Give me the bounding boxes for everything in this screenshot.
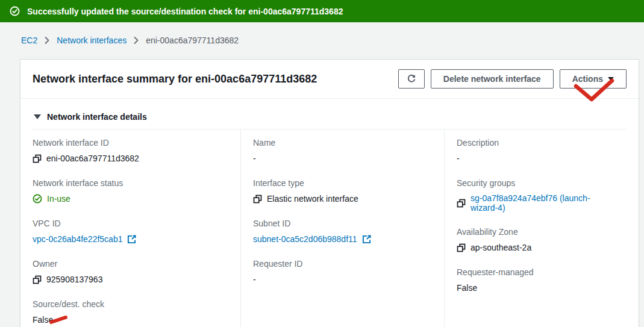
delete-button-label: Delete network interface <box>443 74 541 84</box>
field-network-interface-status: Network interface status In-use <box>33 170 228 210</box>
field-label: Requester ID <box>253 259 432 269</box>
copy-icon[interactable] <box>33 154 42 163</box>
field-requester-managed: Requester-managed False <box>457 259 614 299</box>
field-label: Source/dest. check <box>33 299 228 309</box>
field-value-text: ap-southeast-2a <box>470 243 531 252</box>
breadcrumb-current: eni-00ac6a797711d3682 <box>146 36 239 45</box>
field-interface-type: Interface type Elastic network interface <box>253 170 432 210</box>
field-vpc-id: VPC ID vpc-0c26ab4fe22f5cab1 <box>33 210 228 251</box>
field-label: Interface type <box>253 178 432 188</box>
field-name: Name - <box>253 129 432 170</box>
field-source-dest-check: Source/dest. check False <box>33 291 228 327</box>
status-badge: In-use <box>47 194 70 204</box>
field-label: Network interface ID <box>33 138 228 148</box>
copy-icon[interactable] <box>457 243 466 252</box>
details-column-1: Network interface ID eni-00ac6a797711d36… <box>33 129 240 327</box>
page-title: Network interface summary for eni-00ac6a… <box>33 73 317 86</box>
field-description: Description - <box>457 129 614 170</box>
field-label: Security groups <box>457 178 614 188</box>
external-link-icon[interactable] <box>127 235 136 244</box>
card-header: Network interface summary for eni-00ac6a… <box>20 60 639 99</box>
details-section-title: Network interface details <box>47 112 147 122</box>
header-buttons: Delete network interface Actions <box>398 69 627 89</box>
security-group-link[interactable]: sg-0a7f8a924a74ebf76 (launch-wizard-4) <box>470 193 614 213</box>
network-interface-details-section: Network interface details Network interf… <box>20 99 639 327</box>
disclosure-triangle-icon <box>34 114 41 119</box>
field-label: Subnet ID <box>253 219 432 228</box>
field-value-text: eni-00ac6a797711d3682 <box>46 154 139 163</box>
delete-network-interface-button[interactable]: Delete network interface <box>431 69 554 89</box>
field-owner: Owner 925908137963 <box>33 251 228 291</box>
breadcrumb-link-network-interfaces[interactable]: Network interfaces <box>57 36 127 45</box>
actions-button[interactable]: Actions <box>560 69 627 89</box>
subnet-id-link[interactable]: subnet-0ca5c2d06b988df11 <box>253 234 357 244</box>
refresh-icon <box>407 74 416 84</box>
vpc-id-link[interactable]: vpc-0c26ab4fe22f5cab1 <box>33 234 122 244</box>
field-label: Name <box>253 138 432 148</box>
refresh-button[interactable] <box>398 69 425 89</box>
field-value-text: - <box>457 154 460 163</box>
field-value-text: 925908137963 <box>46 275 102 284</box>
field-value-text: Elastic network interface <box>267 194 358 204</box>
copy-icon[interactable] <box>253 195 262 204</box>
field-subnet-id: Subnet ID subnet-0ca5c2d06b988df11 <box>253 210 432 251</box>
chevron-right-icon <box>134 37 139 44</box>
details-grid: Network interface ID eni-00ac6a797711d36… <box>33 129 627 327</box>
field-value-text: - <box>253 275 256 284</box>
field-label: Description <box>457 138 614 148</box>
network-interface-summary-card: Network interface summary for eni-00ac6a… <box>20 59 639 327</box>
field-availability-zone: Availability Zone ap-southeast-2a <box>457 219 614 259</box>
copy-icon[interactable] <box>457 199 466 208</box>
field-security-groups: Security groups sg-0a7f8a924a74ebf76 (la… <box>457 170 614 219</box>
field-label: Network interface status <box>33 178 228 188</box>
details-column-2: Name - Interface type Ela <box>240 129 444 327</box>
field-value-text: False <box>33 315 53 325</box>
field-label: VPC ID <box>33 219 228 228</box>
success-flashbar: Successfully updated the source/destinat… <box>0 0 644 22</box>
field-requester-id: Requester ID - <box>253 251 432 291</box>
details-column-3: Description - Security groups <box>444 129 627 327</box>
field-value-text: - <box>253 154 256 163</box>
caret-down-icon <box>608 77 614 81</box>
breadcrumb-link-ec2[interactable]: EC2 <box>21 36 37 45</box>
external-link-icon[interactable] <box>362 235 371 244</box>
field-label: Availability Zone <box>457 227 614 237</box>
details-section-header[interactable]: Network interface details <box>33 108 627 129</box>
status-ok-icon <box>33 194 42 204</box>
breadcrumb: EC2 Network interfaces eni-00ac6a797711d… <box>0 22 644 52</box>
copy-icon[interactable] <box>33 275 42 284</box>
field-network-interface-id: Network interface ID eni-00ac6a797711d36… <box>33 129 228 170</box>
field-label: Owner <box>33 259 228 269</box>
field-label: Requester-managed <box>457 267 614 277</box>
chevron-right-icon <box>45 37 49 44</box>
field-value-text: False <box>457 283 477 293</box>
success-check-circle-icon <box>10 6 20 16</box>
flashbar-message: Successfully updated the source/destinat… <box>27 7 343 16</box>
actions-button-label: Actions <box>572 74 603 84</box>
